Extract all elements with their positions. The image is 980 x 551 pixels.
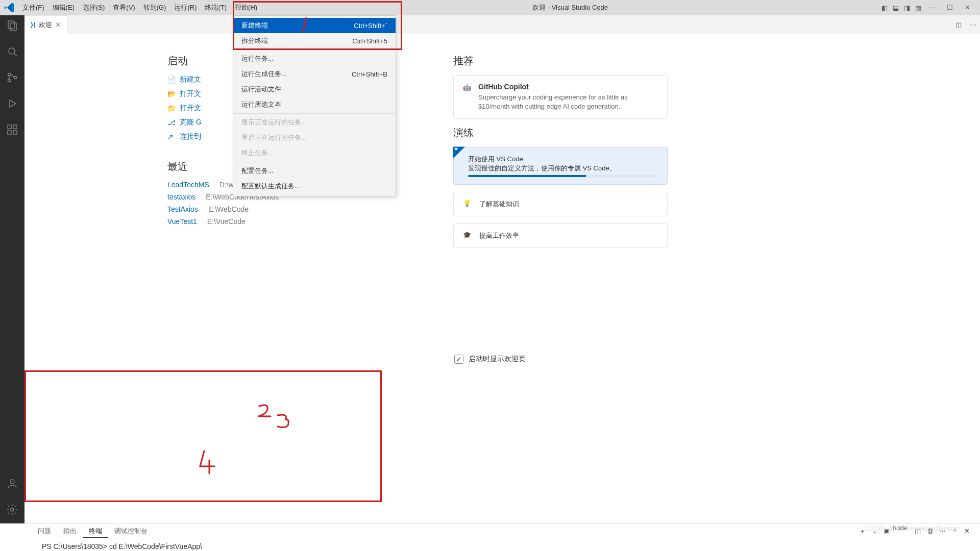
copilot-card[interactable]: 🤖 GitHub Copilot Supercharge your coding…	[453, 75, 668, 119]
vscode-logo-icon	[4, 3, 14, 13]
show-welcome-checkbox[interactable]: ✓ 启动时显示欢迎页	[454, 349, 526, 366]
tab-close-icon[interactable]: ✕	[55, 21, 61, 29]
terminal-panel: 问题 输出 终端 调试控制台 ＋ ⌄ ▣ node ◫ 🗑 ⋯ ＾ ✕ PS C…	[24, 523, 980, 551]
layout-toggle-right-icon[interactable]: ◨	[901, 4, 913, 12]
menu-item-split-terminal[interactable]: 拆分终端Ctrl+Shift+5	[233, 33, 396, 48]
copilot-icon: 🤖	[463, 83, 471, 111]
panel-tab-output[interactable]: 输出	[57, 524, 83, 538]
new-file-icon: 📄	[167, 76, 176, 84]
walkthrough-progress	[468, 175, 658, 177]
terminal-menu-dropdown: 新建终端Ctrl+Shift+` 拆分终端Ctrl+Shift+5 运行任务..…	[233, 15, 396, 196]
term-line: PS C:\Users\18035> cd E:\WebCode\FirstVu…	[42, 542, 973, 550]
extensions-icon[interactable]	[5, 123, 19, 137]
menu-item-new-terminal[interactable]: 新建终端Ctrl+Shift+`	[233, 18, 396, 33]
menu-item-terminate-task: 终止任务...	[233, 145, 396, 161]
svg-rect-1	[10, 23, 16, 31]
accounts-icon[interactable]	[5, 478, 19, 491]
menu-run[interactable]: 运行(R)	[170, 0, 201, 15]
svg-point-2	[9, 48, 15, 54]
tab-label: 欢迎	[39, 20, 52, 30]
menu-item-show-running-tasks: 显示正在运行的任务...	[233, 115, 396, 130]
window-maximize-button[interactable]: ☐	[941, 0, 959, 15]
recent-item[interactable]: TestAxiosE:\WebCode	[167, 205, 412, 213]
explorer-icon[interactable]	[5, 19, 19, 33]
svg-rect-10	[13, 131, 17, 134]
settings-gear-icon[interactable]	[5, 504, 19, 517]
menu-item-run-selected[interactable]: 运行所选文本	[233, 97, 396, 112]
run-debug-icon[interactable]	[5, 97, 19, 111]
menu-edit[interactable]: 编辑(E)	[48, 0, 79, 15]
checkbox-checked-icon[interactable]: ✓	[454, 355, 463, 364]
activity-bar	[0, 15, 24, 523]
walkthrough-basics[interactable]: 💡 了解基础知识	[453, 192, 668, 216]
search-icon[interactable]	[5, 45, 19, 59]
walkthrough-productivity[interactable]: 🎓 提高工作效率	[453, 223, 668, 248]
svg-line-3	[14, 54, 17, 56]
panel-tab-bar: 问题 输出 终端 调试控制台 ＋ ⌄ ▣ node ◫ 🗑 ⋯ ＾ ✕	[24, 524, 980, 538]
terminal-content[interactable]: PS C:\Users\18035> cd E:\WebCode\FirstVu…	[24, 538, 980, 551]
menu-bar: 文件(F) 编辑(E) 选择(S) 查看(V) 转到(G) 运行(R) 终端(T…	[0, 0, 980, 15]
svg-point-5	[8, 80, 11, 82]
svg-rect-11	[13, 125, 17, 129]
watermark: CSDN @GreenHandBruce	[864, 524, 960, 533]
menu-file[interactable]: 文件(F)	[18, 0, 48, 15]
svg-marker-7	[10, 100, 16, 107]
window-minimize-button[interactable]: —	[924, 0, 941, 15]
welcome-page: 启动 📄新建文 📂打开文 📁打开文 ⎇克隆 G ↗连接到 最近 LeadTech…	[24, 34, 980, 523]
recommend-heading: 推荐	[453, 54, 668, 68]
copilot-title: GitHub Copilot	[478, 83, 658, 91]
window-title: 欢迎 - Visual Studio Code	[261, 3, 879, 12]
layout-toggle-bottom-icon[interactable]: ⬓	[890, 4, 901, 12]
menu-item-configure-tasks[interactable]: 配置任务...	[233, 163, 396, 179]
lightbulb-icon: 💡	[463, 199, 472, 207]
menu-item-run-task[interactable]: 运行任务...	[233, 51, 396, 66]
menu-view[interactable]: 查看(V)	[109, 0, 139, 15]
more-actions-icon[interactable]: ⋯	[966, 15, 980, 34]
svg-rect-0	[8, 21, 14, 29]
panel-tab-terminal[interactable]: 终端	[83, 524, 108, 538]
menu-item-restart-running-tasks: 重启正在运行的任务...	[233, 130, 396, 145]
svg-point-12	[10, 480, 14, 484]
svg-point-6	[14, 77, 17, 79]
open-folder-icon: 📁	[167, 104, 176, 112]
split-editor-icon[interactable]: ◫	[951, 15, 966, 34]
remote-icon: ↗	[167, 133, 176, 141]
menu-item-configure-default-build[interactable]: 配置默认生成任务...	[233, 179, 396, 194]
layout-toggle-left-icon[interactable]: ◧	[879, 4, 890, 12]
menu-terminal[interactable]: 终端(T)	[201, 0, 231, 15]
tab-bar: ⟩⟨ 欢迎 ✕ ◫ ⋯	[24, 15, 980, 34]
close-panel-icon[interactable]: ✕	[961, 524, 973, 538]
panel-tab-problems[interactable]: 问题	[32, 524, 57, 538]
mortarboard-icon: 🎓	[463, 231, 472, 239]
walkthrough-heading: 演练	[453, 126, 668, 140]
walkthrough-start[interactable]: 开始使用 VS Code 发现最佳的自定义方法，使用你的专属 VS Code。	[453, 147, 668, 185]
panel-tab-debug-console[interactable]: 调试控制台	[108, 524, 154, 538]
vscode-icon: ⟩⟨	[31, 21, 36, 29]
open-file-icon: 📂	[167, 90, 176, 98]
menu-help[interactable]: 帮助(H)	[231, 0, 261, 15]
svg-rect-8	[8, 125, 11, 129]
git-icon: ⎇	[167, 118, 176, 127]
copilot-desc: Supercharge your coding experience for a…	[478, 93, 658, 111]
menu-goto[interactable]: 转到(G)	[139, 0, 170, 15]
window-close-button[interactable]: ✕	[959, 0, 976, 15]
svg-point-13	[11, 508, 14, 511]
svg-point-4	[8, 73, 11, 76]
menu-selection[interactable]: 选择(S)	[79, 0, 109, 15]
menu-item-run-active-file[interactable]: 运行活动文件	[233, 82, 396, 97]
svg-rect-9	[8, 131, 11, 134]
menu-item-run-build-task[interactable]: 运行生成任务...Ctrl+Shift+B	[233, 66, 396, 82]
tab-welcome[interactable]: ⟩⟨ 欢迎 ✕	[24, 15, 67, 34]
recent-item[interactable]: VueTest1E:\VueCode	[167, 217, 412, 226]
source-control-icon[interactable]	[5, 71, 19, 85]
layout-customize-icon[interactable]: ▦	[913, 4, 924, 12]
